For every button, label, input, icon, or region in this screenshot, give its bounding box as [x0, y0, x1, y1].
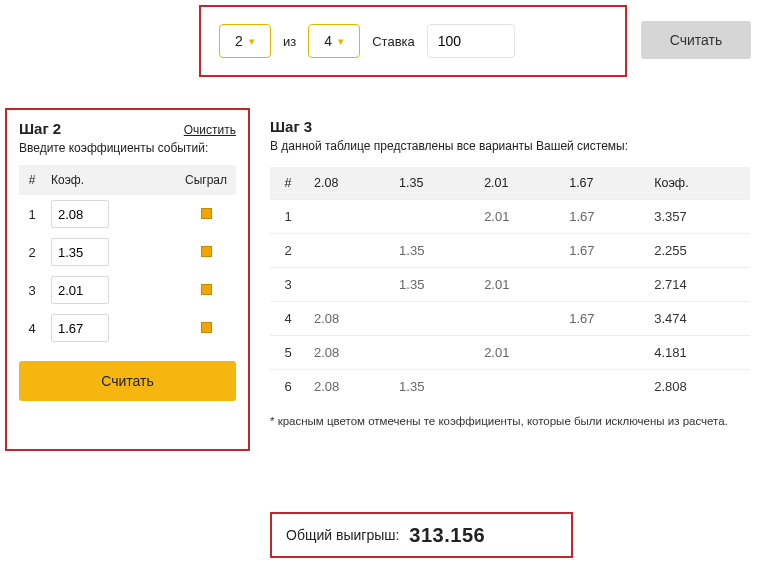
top-controls-highlight: 2 ▾ из 4 ▾ Ставка: [199, 5, 627, 77]
variant-coef: 3.474: [646, 302, 750, 336]
variants-row: 21.351.672.255: [270, 234, 750, 268]
of-label: из: [283, 34, 296, 49]
variant-cell: 2.01: [476, 336, 561, 370]
variant-cell: [306, 234, 391, 268]
coef-table: # Коэф. Сыграл 1234: [19, 165, 236, 347]
row-num: 1: [19, 195, 45, 233]
coef-input[interactable]: [51, 276, 109, 304]
coef-input[interactable]: [51, 200, 109, 228]
step3-title: Шаг 3: [270, 118, 750, 135]
variant-cell: 2.08: [306, 336, 391, 370]
step2-title: Шаг 2: [19, 120, 61, 137]
pick-select[interactable]: 2 ▾: [219, 24, 271, 58]
coef-row: 3: [19, 271, 236, 309]
compute-button-step2[interactable]: Считать: [19, 361, 236, 401]
variants-row: 12.011.673.357: [270, 200, 750, 234]
variant-cell: 1.67: [561, 234, 646, 268]
variant-cell: [476, 234, 561, 268]
stake-label: Ставка: [372, 34, 415, 49]
variants-row: 42.081.673.474: [270, 302, 750, 336]
compute-button-top[interactable]: Считать: [641, 21, 751, 59]
col-coef: Коэф.: [45, 165, 176, 195]
col-num: #: [19, 165, 45, 195]
total-value: 313.156: [409, 524, 485, 547]
pick-value: 2: [235, 33, 243, 49]
row-num: 2: [270, 234, 306, 268]
step2-prompt: Введите коэффициенты событий:: [19, 141, 236, 155]
clear-link[interactable]: Очистить: [184, 123, 236, 137]
variant-cell: [476, 302, 561, 336]
row-num: 4: [270, 302, 306, 336]
played-checkbox[interactable]: [201, 284, 212, 295]
row-num: 3: [270, 268, 306, 302]
played-checkbox[interactable]: [201, 246, 212, 257]
total-highlight: Общий выигрыш: 313.156: [270, 512, 573, 558]
variant-cell: [391, 302, 476, 336]
coef-row: 2: [19, 233, 236, 271]
played-checkbox[interactable]: [201, 322, 212, 333]
coef-input[interactable]: [51, 238, 109, 266]
variant-cell: 1.67: [561, 302, 646, 336]
variant-cell: [476, 370, 561, 404]
total-value: 4: [324, 33, 332, 49]
row-num: 1: [270, 200, 306, 234]
variant-coef: 2.255: [646, 234, 750, 268]
variants-col: 1.67: [561, 167, 646, 200]
variant-cell: [561, 268, 646, 302]
step3-footnote: * красным цветом отмечены те коэффициент…: [270, 415, 750, 427]
variant-cell: 2.08: [306, 370, 391, 404]
variant-cell: [306, 268, 391, 302]
coef-row: 4: [19, 309, 236, 347]
row-num: 3: [19, 271, 45, 309]
total-select[interactable]: 4 ▾: [308, 24, 360, 58]
row-num: 4: [19, 309, 45, 347]
variant-cell: 2.01: [476, 200, 561, 234]
variant-cell: [391, 336, 476, 370]
variant-cell: [561, 370, 646, 404]
played-checkbox[interactable]: [201, 208, 212, 219]
variants-row: 31.352.012.714: [270, 268, 750, 302]
chevron-down-icon: ▾: [338, 35, 344, 48]
variants-table: #2.081.352.011.67Коэф. 12.011.673.35721.…: [270, 167, 750, 403]
variant-coef: 2.808: [646, 370, 750, 404]
variant-cell: 2.01: [476, 268, 561, 302]
row-num: 6: [270, 370, 306, 404]
variants-row: 52.082.014.181: [270, 336, 750, 370]
total-label: Общий выигрыш:: [286, 527, 399, 543]
step2-highlight: Шаг 2 Очистить Введите коэффициенты собы…: [5, 108, 250, 451]
variant-cell: [391, 200, 476, 234]
variant-cell: [561, 336, 646, 370]
variants-col: Коэф.: [646, 167, 750, 200]
variants-col: 2.01: [476, 167, 561, 200]
chevron-down-icon: ▾: [249, 35, 255, 48]
coef-row: 1: [19, 195, 236, 233]
step3-prompt: В данной таблице представлены все вариан…: [270, 139, 750, 153]
variants-col: 1.35: [391, 167, 476, 200]
variants-col: #: [270, 167, 306, 200]
variant-cell: 2.08: [306, 302, 391, 336]
coef-input[interactable]: [51, 314, 109, 342]
variant-coef: 4.181: [646, 336, 750, 370]
row-num: 5: [270, 336, 306, 370]
variant-cell: 1.35: [391, 234, 476, 268]
variant-coef: 2.714: [646, 268, 750, 302]
variant-cell: 1.67: [561, 200, 646, 234]
row-num: 2: [19, 233, 45, 271]
variant-cell: 1.35: [391, 370, 476, 404]
stake-input[interactable]: [427, 24, 515, 58]
variant-coef: 3.357: [646, 200, 750, 234]
col-played: Сыграл: [176, 165, 236, 195]
step3-panel: Шаг 3 В данной таблице представлены все …: [270, 118, 750, 427]
variants-row: 62.081.352.808: [270, 370, 750, 404]
variant-cell: [306, 200, 391, 234]
variants-col: 2.08: [306, 167, 391, 200]
variant-cell: 1.35: [391, 268, 476, 302]
